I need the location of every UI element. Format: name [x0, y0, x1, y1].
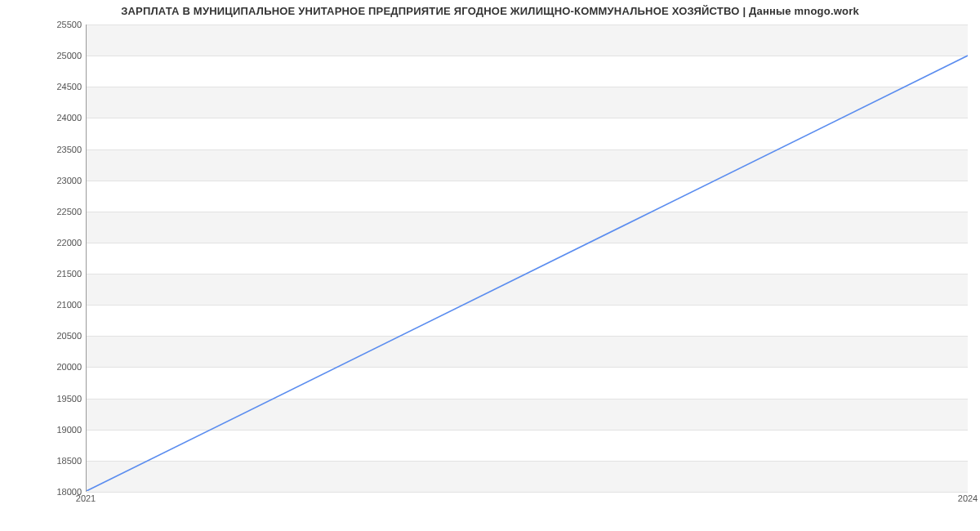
- y-tick-label: 20500: [36, 331, 82, 341]
- y-tick-label: 25000: [36, 51, 82, 60]
- y-tick-label: 19500: [36, 394, 82, 404]
- y-tick-label: 24500: [36, 82, 82, 91]
- y-tick-label: 21500: [36, 269, 82, 279]
- salary-line-chart: ЗАРПЛАТА В МУНИЦИПАЛЬНОЕ УНИТАРНОЕ ПРЕДП…: [0, 0, 980, 515]
- x-tick-label: 2024: [958, 493, 978, 503]
- y-tick-label: 22500: [36, 207, 82, 216]
- y-tick-label: 19000: [36, 425, 82, 435]
- y-tick-label: 20000: [36, 362, 82, 372]
- y-tick-label: 23000: [36, 176, 82, 185]
- y-tick-label: 18000: [36, 487, 82, 497]
- y-tick-label: 24000: [36, 113, 82, 123]
- y-tick-label: 22000: [36, 238, 82, 248]
- chart-title: ЗАРПЛАТА В МУНИЦИПАЛЬНОЕ УНИТАРНОЕ ПРЕДП…: [0, 5, 980, 17]
- chart-line-svg: [87, 25, 968, 491]
- y-tick-label: 21000: [36, 300, 82, 310]
- x-tick-label: 2021: [76, 493, 96, 503]
- y-tick-label: 23500: [36, 145, 82, 154]
- y-tick-label: 25500: [36, 20, 82, 29]
- chart-line: [87, 56, 968, 491]
- y-tick-label: 18500: [36, 456, 82, 466]
- gridline: [87, 492, 968, 493]
- plot-area: [86, 25, 968, 492]
